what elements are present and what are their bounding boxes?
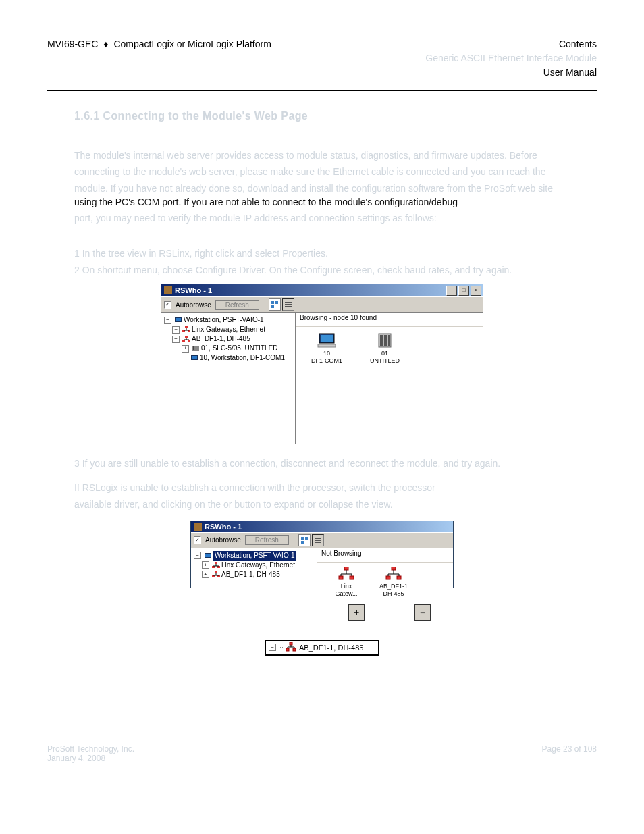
tree-node01-label: 01, SLC-5/05, UNTITLED [201,344,277,353]
tree-linx[interactable]: + Linx Gateways, Ethernet [194,561,314,570]
app-icon [164,286,172,294]
svg-rect-31 [301,541,304,544]
window-title: RSWho - 1 [175,286,212,294]
tree-linx[interactable]: + Linx Gateways, Ethernet [164,325,292,334]
footer-date: January 4, 2008 [47,754,134,763]
titlebar[interactable]: RSWho - 1 [191,521,453,532]
svg-rect-8 [185,326,188,328]
svg-rect-49 [350,576,354,579]
svg-rect-61 [290,642,292,645]
svg-rect-5 [285,306,292,307]
svg-rect-2 [271,305,274,308]
svg-rect-36 [205,554,211,557]
right-pane: Not Browsing Linx Gatew... AB_DF1-1 [317,548,453,589]
app-icon [194,523,202,531]
svg-rect-63 [293,648,296,651]
expand-icon[interactable]: + [202,571,209,578]
svg-rect-56 [397,576,401,579]
header-divider [47,90,597,91]
right-pane: Browsing - node 10 found 10 DF1-COM1 01 [296,313,483,444]
collapse-icon[interactable]: − [172,336,180,343]
gal-abdf1-l2: DH-485 [383,590,404,598]
titlebar[interactable]: RSWho - 1 _ □ × [161,284,483,296]
collapse-icon[interactable]: − [194,552,201,559]
network-icon [212,571,220,578]
tree-node01[interactable]: + 01, SLC-5/05, UNTITLED [164,344,292,353]
gal-linx-l2: Gatew... [335,590,357,598]
header-contents: Contents [425,37,597,51]
bt-l3: available driver, and clicking on the or… [74,498,556,511]
minimize-button[interactable]: _ [446,286,457,296]
tree-pane[interactable]: − Workstation, PSFT-VAIO-1 + Linx Gatewa… [191,548,317,589]
gallery-item-linx[interactable]: Linx Gatew... [331,565,362,598]
tree-driver[interactable]: + AB_DF1-1, DH-485 [194,570,314,579]
svg-rect-42 [215,571,217,573]
diamond-icon: ♦ [103,37,108,51]
workstation-icon [174,317,182,323]
svg-rect-48 [339,576,343,579]
gallery-item-01[interactable]: 01 UNTITLED [366,332,404,365]
tree-node10[interactable]: 10, Workstation, DF1-COM1 [164,353,292,363]
gal-linx-l1: Linx [341,583,352,590]
footer-company: ProSoft Technology, Inc. [47,744,134,754]
autobrowse-checkbox[interactable]: ✓ [164,301,171,309]
refresh-button[interactable]: Refresh [245,535,289,545]
gal-01-l2: UNTITLED [370,357,400,365]
svg-rect-7 [176,318,181,321]
p1-l4: using the PC's COM port. If you are not … [74,195,556,209]
close-button[interactable]: × [471,286,481,296]
tree-linx-label: Linx Gateways, Ethernet [192,325,265,334]
svg-rect-1 [275,301,278,304]
list-view-icon[interactable] [269,298,281,311]
autobrowse-checkbox[interactable]: ✓ [194,536,201,544]
li2: 2 On shortcut menu, choose Configure Dri… [74,263,556,277]
refresh-button[interactable]: Refresh [215,300,259,310]
section-heading: 1.6.1 Connecting to the Module's Web Pag… [74,110,556,136]
list-view-icon[interactable] [298,534,311,546]
svg-rect-0 [271,301,274,304]
svg-rect-54 [392,567,396,570]
expand-icon[interactable]: + [172,326,180,334]
svg-rect-3 [285,302,292,303]
header-right: Contents Generic ASCII Ethernet Interfac… [425,37,597,80]
p1-l3: module. If you have not already done so,… [74,182,556,195]
gallery-item-abdf1[interactable]: AB_DF1-1 DH-485 [377,565,410,598]
gal-abdf1-l1: AB_DF1-1 [379,583,408,590]
list-1: 1 In the tree view in RSLinx, right clic… [74,246,556,277]
tree-pane[interactable]: − Workstation, PSFT-VAIO-1 + Linx Gatewa… [161,313,296,444]
svg-rect-4 [285,304,292,305]
plc-icon [375,332,395,350]
tree-snippet[interactable]: − AB_DF1-1, DH-485 [265,640,379,656]
svg-rect-26 [380,335,383,346]
window-title: RSWho - 1 [205,523,242,531]
expand-collapse-row: + − [182,604,597,621]
network-icon [182,336,190,342]
tree-root[interactable]: − Workstation, PSFT-VAIO-1 [164,315,292,325]
maximize-button[interactable]: □ [458,286,469,296]
snippet-label: AB_DF1-1, DH-485 [299,644,363,652]
gallery-item-10[interactable]: 10 DF1-COM1 [308,332,346,365]
gal-10-l1: 10 [323,350,330,357]
tree-linx-label: Linx Gateways, Ethernet [221,561,295,570]
rswho-window-1: RSWho - 1 _ □ × ✓ Autobrowse Refresh [161,284,483,443]
expand-icon[interactable]: + [182,345,189,353]
svg-rect-47 [344,567,348,570]
tree-node10-label: 10, Workstation, DF1-COM1 [200,353,285,363]
expand-icon[interactable]: + [202,561,209,569]
tree-driver[interactable]: − AB_DF1-1, DH-485 [164,334,292,344]
tree-root[interactable]: − Workstation, PSFT-VAIO-1 [194,551,314,561]
icon-view-icon[interactable] [312,534,324,546]
svg-rect-37 [215,562,217,564]
network-icon [212,562,220,569]
collapse-icon[interactable]: − [269,644,276,651]
header-left: MVI69-GEC ♦ CompactLogix or MicroLogix P… [47,37,271,80]
p1-l5: port, you may need to verify the module … [74,211,556,225]
icon-view-icon[interactable] [282,298,294,311]
footer-page: Page 23 of 108 [542,744,597,763]
plc-icon [192,345,200,352]
collapse-button[interactable]: − [414,604,431,621]
p1-l2: connecting to the module's web server, p… [74,165,556,178]
svg-rect-27 [384,335,387,346]
collapse-icon[interactable]: − [164,317,171,324]
expand-button[interactable]: + [348,604,365,621]
